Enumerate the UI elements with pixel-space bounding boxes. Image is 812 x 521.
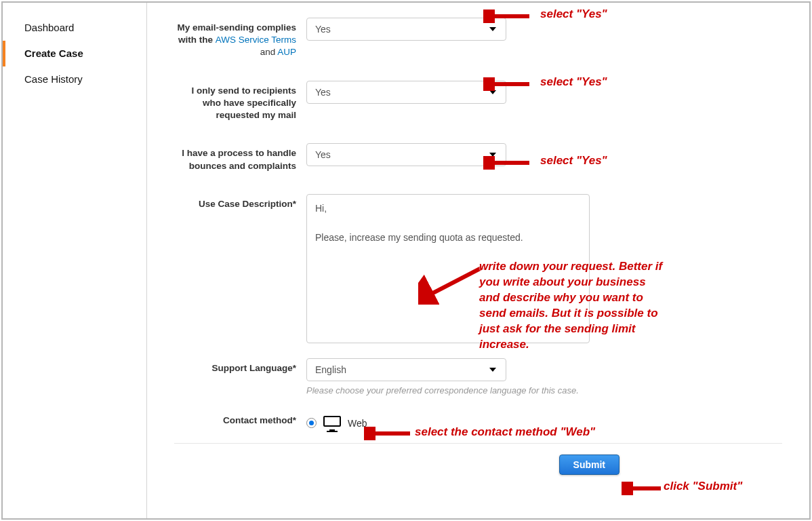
sidebar-item-create-case[interactable]: Create Case	[3, 41, 146, 66]
select-bounces-value: Yes	[315, 149, 331, 160]
sidebar-item-case-history[interactable]: Case History	[3, 66, 146, 92]
label-bounces: I have a process to handle bounces and c…	[174, 143, 306, 172]
monitor-icon	[323, 416, 341, 431]
chevron-down-icon	[489, 368, 496, 372]
divider	[174, 443, 782, 444]
select-compliance-value: Yes	[315, 24, 331, 35]
chevron-down-icon	[489, 27, 496, 31]
select-recipients[interactable]: Yes	[306, 81, 506, 104]
link-aup[interactable]: AUP	[277, 47, 296, 57]
select-compliance[interactable]: Yes	[306, 18, 506, 41]
row-bounces: I have a process to handle bounces and c…	[174, 143, 782, 172]
help-support-lang: Please choose your preferred corresponde…	[306, 385, 782, 395]
select-recipients-value: Yes	[315, 87, 331, 98]
chevron-down-icon	[489, 90, 496, 94]
label-compliance: My email-sending complies with the AWS S…	[174, 18, 306, 59]
row-recipients: I only send to recipients who have speci…	[174, 81, 782, 122]
textarea-use-case[interactable]: Hi, Please, increase my sending quota as…	[306, 194, 590, 343]
radio-dot-icon	[309, 421, 314, 425]
sidebar-item-dashboard[interactable]: Dashboard	[3, 15, 146, 41]
label-use-case: Use Case Description*	[174, 194, 306, 210]
row-use-case: Use Case Description* Hi, Please, increa…	[174, 194, 782, 343]
chevron-down-icon	[489, 153, 496, 157]
sidebar: Dashboard Create Case Case History	[3, 3, 147, 518]
row-support-lang: Support Language* English Please choose …	[174, 358, 782, 395]
select-support-lang[interactable]: English	[306, 358, 506, 381]
radio-contact-web[interactable]	[306, 418, 317, 428]
main-panel: My email-sending complies with the AWS S…	[147, 3, 809, 518]
row-compliance: My email-sending complies with the AWS S…	[174, 18, 782, 59]
window-frame: Dashboard Create Case Case History My em…	[1, 1, 811, 520]
label-recipients: I only send to recipients who have speci…	[174, 81, 306, 122]
label-contact-method: Contact method*	[174, 413, 306, 427]
radio-contact-web-label: Web	[348, 418, 367, 429]
select-bounces[interactable]: Yes	[306, 143, 506, 166]
select-support-lang-value: English	[315, 364, 346, 375]
submit-button[interactable]: Submit	[559, 455, 620, 475]
row-contact-method: Contact method* Web	[174, 413, 782, 431]
anno-click-submit: click "Submit"	[664, 479, 742, 495]
link-aws-service-terms[interactable]: AWS Service Terms	[216, 35, 296, 45]
footer-row: Submit	[174, 455, 782, 475]
label-support-lang: Support Language*	[174, 358, 306, 374]
